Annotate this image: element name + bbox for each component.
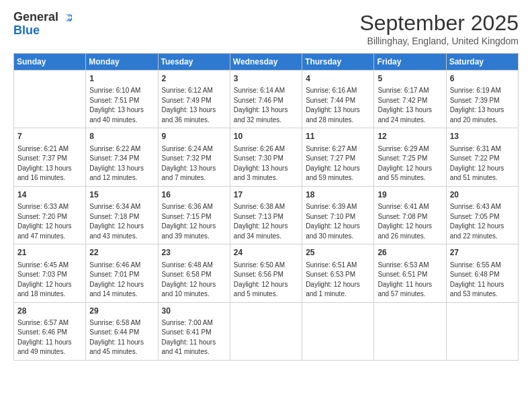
cell-info: Sunrise: 6:38 AM <box>234 202 298 212</box>
cell-info: Sunset: 7:13 PM <box>234 212 298 222</box>
cell-info: Sunrise: 6:55 AM <box>450 261 515 271</box>
day-number: 29 <box>89 306 154 317</box>
cell-info: Daylight: 12 hours <box>162 222 226 232</box>
cell-info: and 24 minutes. <box>378 116 442 126</box>
col-thursday: Thursday <box>302 54 374 71</box>
cell-info: Daylight: 13 hours <box>234 105 298 116</box>
cell-info: Sunrise: 6:31 AM <box>450 144 515 154</box>
cell-info: Sunset: 7:10 PM <box>306 212 370 222</box>
cell-info: Sunrise: 6:17 AM <box>378 86 442 96</box>
calendar-cell: 4Sunrise: 6:16 AMSunset: 7:44 PMDaylight… <box>302 71 374 128</box>
day-number: 4 <box>306 73 370 85</box>
cell-info: Sunrise: 6:50 AM <box>234 261 298 271</box>
calendar-cell: 15Sunrise: 6:34 AMSunset: 7:18 PMDayligh… <box>86 186 158 244</box>
header-row: Sunday Monday Tuesday Wednesday Thursday… <box>14 54 519 71</box>
calendar-cell: 9Sunrise: 6:24 AMSunset: 7:32 PMDaylight… <box>158 128 230 186</box>
cell-info: Sunrise: 6:34 AM <box>89 202 154 212</box>
day-number: 17 <box>234 189 298 201</box>
cell-info: and 43 minutes. <box>89 232 154 242</box>
cell-info: and 10 minutes. <box>162 289 226 300</box>
month-title: September 2025 <box>359 11 519 36</box>
col-monday: Monday <box>86 54 158 71</box>
cell-info: and 41 minutes. <box>162 347 226 357</box>
cell-info: Daylight: 13 hours <box>450 105 515 116</box>
cell-info: and 26 minutes. <box>378 232 442 242</box>
cell-info: Sunset: 7:32 PM <box>162 154 226 164</box>
cell-info: Sunset: 7:22 PM <box>450 154 515 164</box>
cell-info: Sunrise: 6:16 AM <box>306 86 370 96</box>
cell-info: and 34 minutes. <box>234 232 298 242</box>
calendar-cell: 25Sunrise: 6:51 AMSunset: 6:53 PMDayligh… <box>302 244 374 302</box>
cell-info: Sunrise: 6:46 AM <box>89 261 154 271</box>
calendar-cell: 11Sunrise: 6:27 AMSunset: 7:27 PMDayligh… <box>302 128 374 186</box>
logo: General Blue <box>13 11 72 38</box>
day-number: 28 <box>17 306 82 317</box>
cell-info: Sunrise: 6:53 AM <box>378 261 442 271</box>
cell-info: and 36 minutes. <box>162 116 226 126</box>
day-number: 22 <box>89 247 154 259</box>
calendar-cell: 2Sunrise: 6:12 AMSunset: 7:49 PMDaylight… <box>158 71 230 128</box>
day-number: 20 <box>450 189 515 201</box>
cell-info: Daylight: 13 hours <box>89 105 154 116</box>
day-number: 3 <box>234 73 298 85</box>
cell-info: Sunset: 6:56 PM <box>234 270 298 280</box>
col-tuesday: Tuesday <box>158 54 230 71</box>
day-number: 10 <box>234 131 298 142</box>
cell-info: and 53 minutes. <box>450 289 515 300</box>
calendar-cell: 30Sunrise: 7:00 AMSunset: 6:41 PMDayligh… <box>158 302 230 360</box>
svg-marker-1 <box>66 13 69 21</box>
cell-info: Sunrise: 6:43 AM <box>450 202 515 212</box>
calendar-cell: 8Sunrise: 6:22 AMSunset: 7:34 PMDaylight… <box>86 128 158 186</box>
day-number: 27 <box>450 247 515 259</box>
cell-info: Daylight: 13 hours <box>306 105 370 116</box>
cell-info: Daylight: 12 hours <box>306 222 370 232</box>
cell-info: and 32 minutes. <box>234 116 298 126</box>
col-sunday: Sunday <box>14 54 86 71</box>
cell-info: and 30 minutes. <box>306 232 370 242</box>
col-wednesday: Wednesday <box>230 54 302 71</box>
calendar-cell: 24Sunrise: 6:50 AMSunset: 6:56 PMDayligh… <box>230 244 302 302</box>
cell-info: and 55 minutes. <box>378 173 442 183</box>
calendar-cell: 16Sunrise: 6:36 AMSunset: 7:15 PMDayligh… <box>158 186 230 244</box>
cell-info: and 7 minutes. <box>162 173 226 183</box>
cell-info: Sunset: 7:44 PM <box>306 96 370 106</box>
cell-info: Sunrise: 6:29 AM <box>378 144 442 154</box>
calendar-cell: 10Sunrise: 6:26 AMSunset: 7:30 PMDayligh… <box>230 128 302 186</box>
calendar-week-4: 21Sunrise: 6:45 AMSunset: 7:03 PMDayligh… <box>14 244 519 302</box>
cell-info: Sunset: 7:18 PM <box>89 212 154 222</box>
cell-info: Daylight: 13 hours <box>162 164 226 174</box>
cell-info: Sunset: 7:42 PM <box>378 96 442 106</box>
cell-info: Sunset: 7:15 PM <box>162 212 226 222</box>
calendar-week-5: 28Sunrise: 6:57 AMSunset: 6:46 PMDayligh… <box>14 302 519 360</box>
cell-info: Sunset: 7:37 PM <box>17 154 82 164</box>
cell-info: Sunrise: 6:51 AM <box>306 261 370 271</box>
cell-info: Sunrise: 6:22 AM <box>89 144 154 154</box>
cell-info: Daylight: 12 hours <box>450 222 515 232</box>
day-number: 19 <box>378 189 442 201</box>
calendar-cell: 17Sunrise: 6:38 AMSunset: 7:13 PMDayligh… <box>230 186 302 244</box>
cell-info: Daylight: 12 hours <box>450 164 515 174</box>
calendar-week-1: 1Sunrise: 6:10 AMSunset: 7:51 PMDaylight… <box>14 71 519 128</box>
header: General Blue September 2025 Billinghay, … <box>13 11 519 46</box>
cell-info: Sunset: 6:41 PM <box>162 328 226 338</box>
day-number: 8 <box>89 131 154 142</box>
cell-info: Daylight: 12 hours <box>234 280 298 290</box>
cell-info: Sunset: 7:30 PM <box>234 154 298 164</box>
cell-info: and 57 minutes. <box>378 289 442 300</box>
cell-info: Sunset: 6:46 PM <box>17 328 82 338</box>
cell-info: Sunset: 6:58 PM <box>162 270 226 280</box>
cell-info: Daylight: 12 hours <box>17 280 82 290</box>
cell-info: Sunset: 7:27 PM <box>306 154 370 164</box>
cell-info: Daylight: 11 hours <box>162 338 226 348</box>
title-block: September 2025 Billinghay, England, Unit… <box>359 11 519 46</box>
day-number: 13 <box>450 131 515 142</box>
cell-info: and 40 minutes. <box>89 116 154 126</box>
cell-info: Daylight: 12 hours <box>162 280 226 290</box>
cell-info: Sunset: 7:46 PM <box>234 96 298 106</box>
day-number: 2 <box>162 73 226 85</box>
cell-info: Sunrise: 6:45 AM <box>17 261 82 271</box>
cell-info: and 3 minutes. <box>234 173 298 183</box>
cell-info: Sunset: 7:01 PM <box>89 270 154 280</box>
day-number: 7 <box>17 131 82 142</box>
calendar-cell: 1Sunrise: 6:10 AMSunset: 7:51 PMDaylight… <box>86 71 158 128</box>
